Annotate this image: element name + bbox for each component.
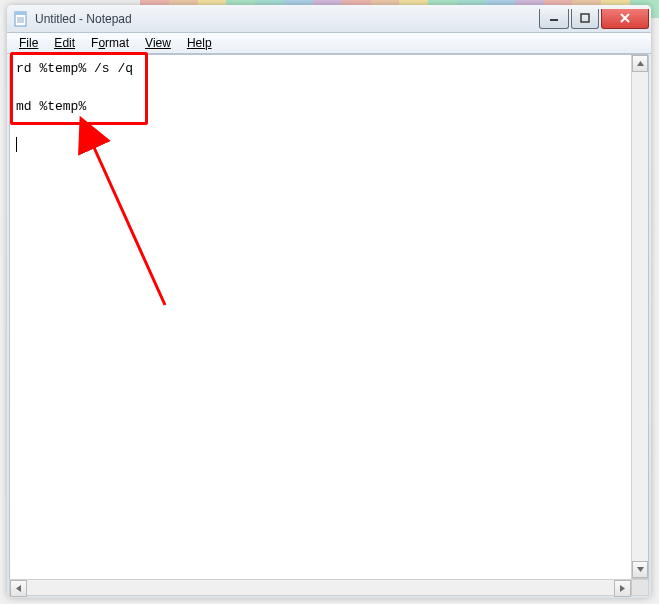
client-area: rd %temp% /s /q md %temp% [9,54,649,596]
scroll-track[interactable] [27,580,614,595]
horizontal-scrollbar[interactable] [9,579,649,596]
editor-line: md %temp% [16,99,86,114]
menu-view[interactable]: View [137,34,179,52]
menu-file[interactable]: File [11,34,46,52]
menu-format[interactable]: Format [83,34,137,52]
text-editor[interactable]: rd %temp% /s /q md %temp% [10,55,631,595]
scroll-corner [631,580,648,595]
scroll-right-button[interactable] [614,580,631,597]
editor-line: rd %temp% /s /q [16,61,133,76]
menu-help[interactable]: Help [179,34,220,52]
notepad-icon [13,11,29,27]
close-button[interactable] [601,9,649,29]
vertical-scrollbar[interactable] [631,55,648,595]
minimize-button[interactable] [539,9,569,29]
svg-rect-5 [550,19,558,21]
window-title: Untitled - Notepad [35,12,539,26]
svg-rect-1 [15,12,26,15]
menu-edit[interactable]: Edit [46,34,83,52]
titlebar[interactable]: Untitled - Notepad [7,5,651,33]
svg-rect-6 [581,14,589,22]
scroll-track[interactable] [632,72,648,561]
scroll-up-button[interactable] [632,55,648,72]
scroll-left-button[interactable] [10,580,27,597]
menubar: File Edit Format View Help [7,33,651,54]
text-cursor [16,137,17,152]
maximize-button[interactable] [571,9,599,29]
notepad-window: Untitled - Notepad File Edit Format View… [7,5,651,598]
scroll-down-button[interactable] [632,561,648,578]
